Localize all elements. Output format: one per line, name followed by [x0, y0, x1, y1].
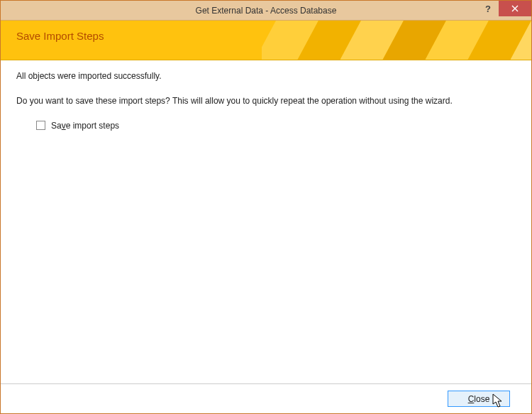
success-message: All objects were imported successfully. — [16, 70, 516, 82]
save-steps-checkbox[interactable] — [36, 121, 45, 130]
close-button[interactable]: Close — [448, 391, 510, 407]
close-icon — [511, 5, 519, 12]
banner: Save Import Steps — [1, 21, 531, 60]
help-button[interactable]: ? — [477, 1, 499, 16]
save-steps-label[interactable]: Save import steps — [51, 120, 119, 132]
dialog-window: Get External Data - Access Database ? Sa… — [0, 0, 532, 414]
save-steps-row: Save import steps — [36, 120, 516, 132]
banner-decoration — [262, 21, 531, 60]
banner-title: Save Import Steps — [16, 30, 104, 42]
footer: Close — [1, 383, 531, 413]
save-prompt: Do you want to save these import steps? … — [16, 95, 516, 107]
titlebar: Get External Data - Access Database ? — [1, 1, 531, 21]
window-close-button[interactable] — [499, 1, 531, 16]
content-area: All objects were imported successfully. … — [1, 60, 531, 383]
window-title: Get External Data - Access Database — [1, 6, 531, 16]
titlebar-buttons: ? — [477, 1, 531, 20]
